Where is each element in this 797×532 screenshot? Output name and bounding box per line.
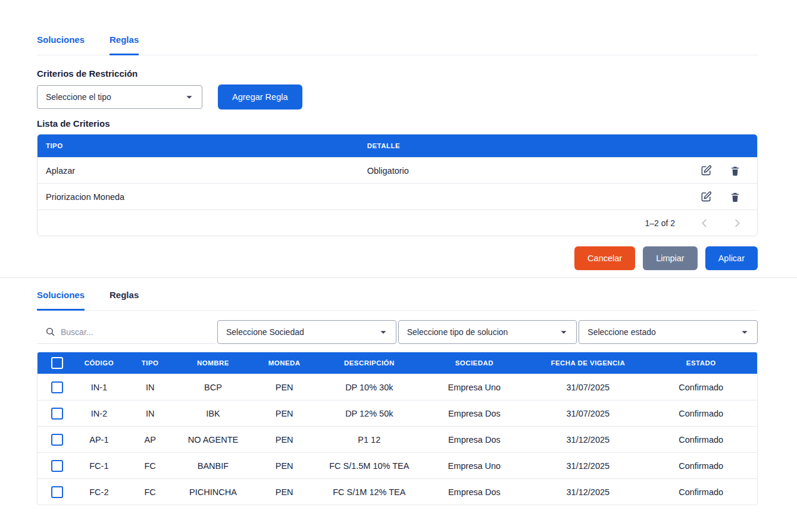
- criteria-controls: Seleccione el tipo Agregar Regla: [37, 85, 758, 109]
- criteria-table-body: Aplazar Obligatorio: [37, 157, 757, 209]
- search-icon: [45, 327, 55, 337]
- header-fecha-vigencia: FECHA DE VIGENCIA: [531, 352, 645, 374]
- criteria-header-actions: [669, 134, 757, 157]
- cell-sociedad: Empresa Dos: [417, 426, 531, 452]
- section-divider: [0, 277, 797, 278]
- criteria-table: TIPO DETALLE Aplazar Obligatorio: [37, 134, 758, 236]
- solutions-table-header: CÓDIGO TIPO NOMBRE MONEDA DESCRIPCIÓN SO…: [37, 352, 757, 374]
- rules-section: Soluciones Reglas Criterios de Restricci…: [0, 35, 797, 270]
- add-rule-button[interactable]: Agregar Regla: [218, 85, 302, 109]
- row-checkbox[interactable]: [51, 381, 63, 393]
- cell-checkbox: [37, 478, 76, 505]
- cell-tipo: FC: [121, 452, 179, 478]
- solution-row: FC-1 FC BANBIF PEN FC S/1.5M 10% TEA Emp…: [37, 452, 757, 478]
- estado-select[interactable]: Seleccione estado: [579, 320, 758, 344]
- cell-codigo: FC-1: [76, 452, 121, 478]
- header-tipo: TIPO: [121, 352, 179, 374]
- cell-nombre: IBK: [179, 400, 248, 426]
- solutions-table-body: IN-1 IN BCP PEN DP 10% 30k Empresa Uno 3…: [37, 374, 757, 505]
- chevron-down-icon: [183, 90, 196, 104]
- chevron-down-icon: [738, 326, 751, 339]
- cell-estado: Confirmado: [645, 478, 757, 505]
- cell-estado: Confirmado: [645, 452, 757, 478]
- top-tabs: Soluciones Reglas: [37, 35, 758, 55]
- criteria-cell-tipo: Aplazar: [37, 157, 367, 183]
- tipo-solucion-select[interactable]: Seleccione tipo de solucion: [398, 320, 577, 344]
- criteria-list-label: Lista de Criterios: [37, 118, 758, 129]
- edit-icon[interactable]: [701, 165, 712, 176]
- criteria-cell-detalle: Obligatorio: [367, 157, 670, 183]
- edit-icon[interactable]: [701, 191, 712, 202]
- top-tab-soluciones[interactable]: Soluciones: [37, 35, 85, 55]
- type-select[interactable]: Seleccione el tipo: [37, 85, 202, 109]
- sociedad-select[interactable]: Seleccione Sociedad: [217, 320, 396, 344]
- criteria-pagination: 1–2 of 2: [37, 209, 757, 236]
- solutions-section: Soluciones Reglas Seleccione Sociedad Se…: [0, 290, 797, 505]
- chevron-down-icon: [377, 326, 390, 339]
- solution-row: IN-1 IN BCP PEN DP 10% 30k Empresa Uno 3…: [37, 374, 757, 400]
- cell-descripcion: DP 10% 30k: [321, 374, 417, 400]
- bottom-tabs: Soluciones Reglas: [37, 290, 758, 311]
- trash-icon[interactable]: [730, 165, 740, 176]
- sociedad-select-value: Seleccione Sociedad: [226, 327, 304, 337]
- chevron-down-icon: [557, 326, 570, 339]
- solutions-table: CÓDIGO TIPO NOMBRE MONEDA DESCRIPCIÓN SO…: [37, 352, 758, 505]
- criteria-header-detalle: DETALLE: [367, 134, 670, 157]
- estado-select-value: Seleccione estado: [587, 327, 655, 337]
- cell-sociedad: Empresa Uno: [417, 452, 531, 478]
- solution-row: IN-2 IN IBK PEN DP 12% 50k Empresa Dos 3…: [37, 400, 757, 426]
- cell-descripcion: P1 12: [321, 426, 417, 452]
- row-checkbox[interactable]: [51, 486, 63, 498]
- clear-button[interactable]: Limpiar: [643, 246, 698, 270]
- solution-row: AP-1 AP NO AGENTE PEN P1 12 Empresa Dos …: [37, 426, 757, 452]
- header-checkbox-cell: [37, 352, 76, 374]
- cell-nombre: BANBIF: [179, 452, 248, 478]
- criteria-header-tipo: TIPO: [37, 134, 367, 157]
- bottom-tab-soluciones[interactable]: Soluciones: [37, 290, 85, 311]
- chevron-left-icon[interactable]: [698, 217, 711, 230]
- row-checkbox[interactable]: [51, 460, 63, 472]
- cell-tipo: IN: [121, 374, 179, 400]
- criteria-cell-actions: [669, 157, 757, 183]
- cell-tipo: IN: [121, 400, 179, 426]
- select-all-checkbox[interactable]: [51, 357, 63, 369]
- cell-nombre: PICHINCHA: [179, 478, 248, 505]
- cell-codigo: IN-1: [76, 374, 121, 400]
- cell-checkbox: [37, 374, 76, 400]
- cell-checkbox: [37, 400, 76, 426]
- cell-descripcion: FC S/1.5M 10% TEA: [321, 452, 417, 478]
- cell-moneda: PEN: [248, 426, 321, 452]
- solution-row: FC-2 FC PICHINCHA PEN FC S/1M 12% TEA Em…: [37, 478, 757, 505]
- header-nombre: NOMBRE: [179, 352, 248, 374]
- cell-codigo: AP-1: [76, 426, 121, 452]
- cell-moneda: PEN: [248, 374, 321, 400]
- cell-codigo: FC-2: [76, 478, 121, 505]
- trash-icon[interactable]: [730, 192, 740, 202]
- chevron-right-icon[interactable]: [731, 217, 744, 230]
- cell-nombre: BCP: [179, 374, 248, 400]
- header-sociedad: SOCIEDAD: [417, 352, 531, 374]
- criteria-cell-tipo: Priorizacion Moneda: [37, 183, 367, 209]
- header-codigo: CÓDIGO: [76, 352, 121, 374]
- header-moneda: MONEDA: [248, 352, 321, 374]
- apply-button[interactable]: Aplicar: [705, 246, 758, 270]
- criteria-cell-actions: [669, 183, 757, 209]
- cell-moneda: PEN: [248, 400, 321, 426]
- row-checkbox[interactable]: [51, 408, 63, 420]
- search-input[interactable]: [61, 327, 215, 337]
- tipo-solucion-select-value: Seleccione tipo de solucion: [407, 327, 508, 337]
- cell-tipo: AP: [121, 426, 179, 452]
- criteria-restriction-label: Criterios de Restricción: [37, 68, 758, 79]
- criteria-table-header: TIPO DETALLE: [37, 134, 757, 157]
- cell-sociedad: Empresa Dos: [417, 478, 531, 505]
- header-descripcion: DESCRIPCIÓN: [321, 352, 417, 374]
- cancel-button[interactable]: Cancelar: [574, 246, 635, 270]
- cell-sociedad: Empresa Uno: [417, 374, 531, 400]
- cell-tipo: FC: [121, 478, 179, 505]
- cell-estado: Confirmado: [645, 374, 757, 400]
- cell-estado: Confirmado: [645, 426, 757, 452]
- row-checkbox[interactable]: [51, 434, 63, 446]
- bottom-tab-reglas[interactable]: Reglas: [110, 290, 139, 311]
- top-tab-reglas[interactable]: Reglas: [110, 35, 139, 55]
- cell-fecha-vigencia: 31/07/2025: [531, 400, 645, 426]
